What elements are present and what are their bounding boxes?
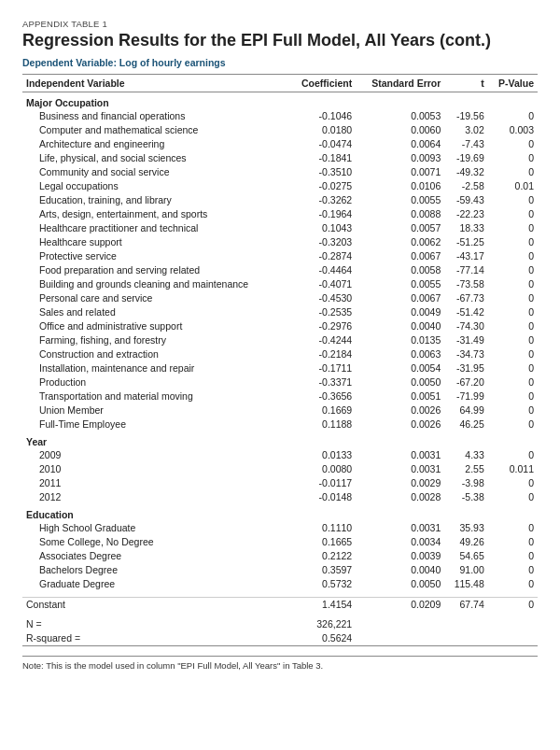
row-label: Transportation and material moving	[22, 389, 288, 403]
row-coef: 0.5732	[288, 577, 356, 591]
table-row: Healthcare support -0.3203 0.0062 -51.25…	[22, 235, 538, 249]
row-p: 0	[488, 375, 538, 389]
stat-value: 326,221	[288, 617, 356, 631]
constant-se: 0.0209	[356, 597, 444, 612]
section-header: Major Occupation	[22, 92, 538, 109]
main-title: Regression Results for the EPI Full Mode…	[22, 31, 538, 51]
row-coef: -0.1964	[288, 207, 356, 221]
row-t: 18.33	[444, 221, 487, 235]
row-t: -3.98	[444, 476, 487, 490]
stats-row: R-squared = 0.5624	[22, 631, 538, 645]
section-header: Year	[22, 432, 538, 448]
table-row: Farming, fishing, and forestry -0.4244 0…	[22, 333, 538, 347]
row-p: 0	[488, 319, 538, 333]
constant-p: 0	[488, 597, 538, 612]
note-text: Note: This is the model used in column "…	[22, 660, 323, 671]
row-t: -77.14	[444, 263, 487, 277]
row-t: 46.25	[444, 417, 487, 432]
row-se: 0.0031	[356, 521, 444, 535]
table-row: Food preparation and serving related -0.…	[22, 263, 538, 277]
row-coef: 0.0133	[288, 448, 356, 462]
row-coef: -0.2535	[288, 305, 356, 319]
row-p: 0	[488, 577, 538, 591]
row-coef: -0.1711	[288, 361, 356, 375]
table-row: Architecture and engineering -0.0474 0.0…	[22, 137, 538, 151]
stat-label: N =	[22, 617, 288, 631]
table-row: Legal occupations -0.0275 0.0106 -2.58 0…	[22, 179, 538, 193]
table-row: Personal care and service -0.4530 0.0067…	[22, 291, 538, 305]
row-label: Architecture and engineering	[22, 137, 288, 151]
row-p: 0	[488, 221, 538, 235]
table-row: Business and financial operations -0.104…	[22, 109, 538, 123]
row-label: Protective service	[22, 249, 288, 263]
row-coef: -0.0275	[288, 179, 356, 193]
row-t: -59.43	[444, 193, 487, 207]
row-label: Computer and mathematical science	[22, 123, 288, 137]
row-t: -51.42	[444, 305, 487, 319]
bottom-border-row	[22, 645, 538, 646]
row-t: 35.93	[444, 521, 487, 535]
row-p: 0	[488, 137, 538, 151]
table-row: 2010 0.0080 0.0031 2.55 0.011	[22, 462, 538, 476]
row-coef: -0.4244	[288, 333, 356, 347]
row-se: 0.0031	[356, 448, 444, 462]
row-t: -74.30	[444, 319, 487, 333]
table-row: Graduate Degree 0.5732 0.0050 115.48 0	[22, 577, 538, 591]
row-label: Healthcare support	[22, 235, 288, 249]
row-label: 2011	[22, 476, 288, 490]
constant-label: Constant	[22, 597, 288, 612]
row-label: High School Graduate	[22, 521, 288, 535]
section-header: Education	[22, 504, 538, 521]
constant-row: Constant 1.4154 0.0209 67.74 0	[22, 597, 538, 612]
row-p: 0	[488, 305, 538, 319]
row-coef: -0.2874	[288, 249, 356, 263]
row-coef: 0.1110	[288, 521, 356, 535]
row-se: 0.0057	[356, 221, 444, 235]
table-row: Associates Degree 0.2122 0.0039 54.65 0	[22, 549, 538, 563]
row-t: 49.26	[444, 535, 487, 549]
table-row: Construction and extraction -0.2184 0.00…	[22, 347, 538, 361]
row-label: Business and financial operations	[22, 109, 288, 123]
row-se: 0.0062	[356, 235, 444, 249]
col-std-error: Standard Error	[356, 74, 444, 92]
row-t: 54.65	[444, 549, 487, 563]
row-t: -19.69	[444, 151, 487, 165]
row-se: 0.0106	[356, 179, 444, 193]
table-row: Building and grounds cleaning and mainte…	[22, 277, 538, 291]
stat-label: R-squared =	[22, 631, 288, 645]
row-label: Education, training, and library	[22, 193, 288, 207]
row-coef: 0.0180	[288, 123, 356, 137]
row-se: 0.0054	[356, 361, 444, 375]
row-p: 0	[488, 389, 538, 403]
row-coef: 0.2122	[288, 549, 356, 563]
row-se: 0.0029	[356, 476, 444, 490]
row-p: 0	[488, 347, 538, 361]
row-label: Bachelors Degree	[22, 563, 288, 577]
row-p: 0.01	[488, 179, 538, 193]
row-coef: -0.4530	[288, 291, 356, 305]
table-row: 2011 -0.0117 0.0029 -3.98 0	[22, 476, 538, 490]
row-p: 0	[488, 235, 538, 249]
col-coefficient: Coefficient	[288, 74, 356, 92]
row-coef: -0.1046	[288, 109, 356, 123]
row-label: Healthcare practitioner and technical	[22, 221, 288, 235]
row-p: 0	[488, 193, 538, 207]
row-label: 2010	[22, 462, 288, 476]
table-row: Protective service -0.2874 0.0067 -43.17…	[22, 249, 538, 263]
table-row: Office and administrative support -0.297…	[22, 319, 538, 333]
row-label: 2009	[22, 448, 288, 462]
note-section: Note: This is the model used in column "…	[22, 656, 538, 671]
col-pvalue: P-Value	[488, 74, 538, 92]
row-t: -34.73	[444, 347, 487, 361]
table-row: Sales and related -0.2535 0.0049 -51.42 …	[22, 305, 538, 319]
row-label: Construction and extraction	[22, 347, 288, 361]
table-row: Healthcare practitioner and technical 0.…	[22, 221, 538, 235]
row-se: 0.0026	[356, 417, 444, 432]
row-coef: -0.3510	[288, 165, 356, 179]
row-label: Community and social service	[22, 165, 288, 179]
row-se: 0.0051	[356, 389, 444, 403]
row-t: -67.20	[444, 375, 487, 389]
row-label: Union Member	[22, 403, 288, 417]
row-se: 0.0050	[356, 577, 444, 591]
row-se: 0.0055	[356, 277, 444, 291]
